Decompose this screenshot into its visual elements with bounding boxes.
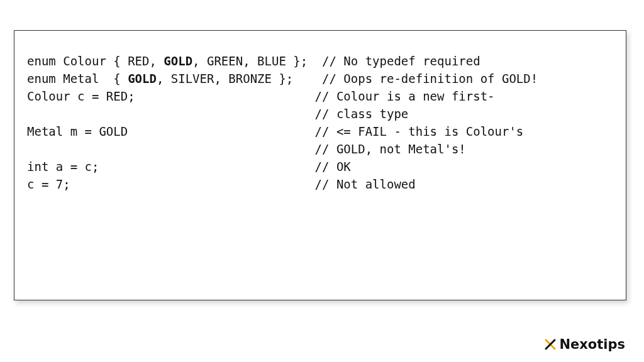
code-line: Metal m = GOLD // <= FAIL - this is Colo…	[27, 123, 613, 140]
brand-logo: Nexotips	[544, 337, 625, 352]
code-line: enum Metal { GOLD, SILVER, BRONZE }; // …	[27, 70, 613, 87]
code-line: enum Colour { RED, GOLD, GREEN, BLUE }; …	[27, 52, 613, 70]
code-line: Colour c = RED; // Colour is a new first…	[27, 87, 613, 105]
keyword-gold: GOLD	[164, 54, 192, 68]
code-box: enum Colour { RED, GOLD, GREEN, BLUE }; …	[14, 30, 626, 300]
code-text: enum Metal {	[27, 72, 128, 85]
code-line: int a = c; // OK	[27, 158, 613, 175]
code-line: // class type	[27, 105, 613, 123]
code-text: enum Colour { RED,	[27, 54, 164, 68]
brand-x-icon	[544, 338, 557, 351]
code-text: , GREEN, BLUE }; // No typedef required	[192, 54, 480, 68]
code-line: c = 7; // Not allowed	[27, 175, 613, 193]
brand-name: Nexotips	[559, 337, 625, 352]
keyword-gold: GOLD	[128, 72, 157, 85]
code-line: // GOLD, not Metal's!	[27, 140, 613, 158]
code-text: , SILVER, BRONZE }; // Oops re-definitio…	[157, 72, 538, 85]
